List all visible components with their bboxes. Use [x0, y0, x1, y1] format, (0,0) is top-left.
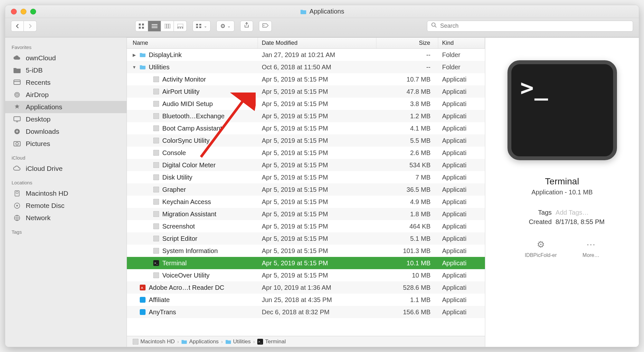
sidebar-item-pictures[interactable]: Pictures	[5, 138, 127, 150]
table-row[interactable]: Audio MIDI SetupApr 5, 2019 at 5:15 PM3.…	[127, 98, 485, 110]
quick-action-1[interactable]: ⚙︎ IDBPicFold-er	[525, 239, 557, 258]
chevron-right-icon: ›	[221, 339, 223, 344]
table-row[interactable]: VoiceOver UtilityApr 5, 2019 at 5:15 PM1…	[127, 269, 485, 281]
table-row[interactable]: System InformationApr 5, 2019 at 5:15 PM…	[127, 245, 485, 257]
file-size: 10 MB	[376, 272, 438, 279]
path-bar: Macintosh HD›Applications›Utilities›>_Te…	[127, 336, 485, 347]
preview-name: Terminal	[545, 176, 579, 187]
tags-field[interactable]: Add Tags…	[555, 209, 589, 216]
sidebar-item-macintosh-hd[interactable]: Macintosh HD	[5, 187, 127, 200]
file-list[interactable]: ▶DisplayLinkJan 27, 2019 at 10:21 AM--Fo…	[127, 49, 485, 336]
preview-subtitle: Application - 10.1 MB	[531, 189, 592, 196]
search-input[interactable]	[440, 23, 629, 29]
disk-icon	[133, 339, 138, 344]
svg-rect-37	[153, 89, 159, 94]
action-button[interactable]: ⚙︎⌄	[216, 21, 234, 32]
sidebar-item-downloads[interactable]: Downloads	[5, 125, 127, 138]
file-date: Apr 5, 2019 at 5:15 PM	[258, 149, 376, 157]
pdf-icon: A	[139, 284, 146, 291]
table-row[interactable]: Migration AssistantApr 5, 2019 at 5:15 P…	[127, 208, 485, 220]
sidebar-item-desktop[interactable]: Desktop	[5, 113, 127, 125]
created-label: Created	[519, 218, 552, 226]
table-row[interactable]: Digital Color MeterApr 5, 2019 at 5:15 P…	[127, 159, 485, 171]
icon-view-button[interactable]	[135, 21, 148, 32]
file-kind: Applicati	[438, 210, 485, 218]
close-button[interactable]	[11, 9, 17, 15]
svg-rect-38	[153, 101, 159, 107]
path-segment-applications[interactable]: Applications	[181, 338, 219, 345]
svg-rect-17	[199, 26, 201, 28]
table-row[interactable]: ▼UtilitiesOct 6, 2018 at 11:50 AM--Folde…	[127, 61, 485, 73]
table-row[interactable]: AAdobe Acro…t Reader DCApr 10, 2019 at 1…	[127, 281, 485, 294]
share-button[interactable]	[240, 21, 253, 32]
sidebar-item-owncloud[interactable]: ownCloud	[5, 52, 127, 64]
list-view-button[interactable]	[148, 21, 161, 32]
file-date: Apr 5, 2019 at 5:15 PM	[258, 100, 376, 108]
table-row[interactable]: AnyTransDec 6, 2018 at 8:32 PM156.6 MBAp…	[127, 306, 485, 318]
back-button[interactable]	[11, 21, 24, 32]
table-row[interactable]: AffiliateJun 25, 2018 at 4:35 PM1.1 MBAp…	[127, 294, 485, 306]
table-row[interactable]: GrapherApr 5, 2019 at 5:15 PM36.5 MBAppl…	[127, 183, 485, 196]
maximize-button[interactable]	[30, 9, 36, 15]
window-title-text: Applications	[309, 8, 344, 15]
path-segment-utilities[interactable]: Utilities	[225, 338, 251, 345]
forward-button[interactable]	[24, 21, 37, 32]
table-row[interactable]: Activity MonitorApr 5, 2019 at 5:15 PM10…	[127, 73, 485, 85]
svg-rect-50	[153, 248, 159, 254]
sidebar-item-airdrop[interactable]: AirDrop	[5, 89, 127, 101]
file-date: Apr 5, 2019 at 5:15 PM	[258, 174, 376, 181]
svg-point-18	[263, 25, 264, 26]
file-date: Apr 5, 2019 at 5:15 PM	[258, 88, 376, 95]
path-segment-terminal[interactable]: >_Terminal	[257, 338, 286, 345]
desktop-icon	[13, 116, 21, 123]
disclosure-open-icon[interactable]: ▼	[132, 65, 137, 70]
sidebar-item-applications[interactable]: Applications	[5, 101, 127, 113]
app-icon	[153, 125, 160, 132]
col-header-name[interactable]: Name	[127, 38, 258, 48]
column-view-button[interactable]	[161, 21, 174, 32]
file-size: 3.8 MB	[376, 100, 438, 108]
path-segment-macintosh-hd[interactable]: Macintosh HD	[133, 338, 175, 345]
table-row[interactable]: Boot Camp AssistantApr 5, 2019 at 5:15 P…	[127, 122, 485, 134]
table-row[interactable]: AirPort UtilityApr 5, 2019 at 5:15 PM47.…	[127, 85, 485, 98]
col-header-date[interactable]: Date Modified	[258, 38, 376, 48]
table-row[interactable]: Script EditorApr 5, 2019 at 5:15 PM5.1 M…	[127, 232, 485, 245]
svg-rect-57	[140, 309, 146, 315]
sidebar-section-favorites: Favorites	[5, 43, 127, 52]
file-size: 5.5 MB	[376, 137, 438, 144]
table-row[interactable]: Bluetooth…ExchangeApr 5, 2019 at 5:15 PM…	[127, 110, 485, 122]
sidebar-item-recents[interactable]: Recents	[5, 76, 127, 89]
table-row[interactable]: >_TerminalApr 5, 2019 at 5:15 PM10.1 MBA…	[127, 257, 485, 269]
table-row[interactable]: ScreenshotApr 5, 2019 at 5:15 PM464 KBAp…	[127, 220, 485, 232]
disclosure-closed-icon[interactable]: ▶	[132, 53, 137, 57]
search-field[interactable]	[427, 21, 633, 32]
col-header-kind[interactable]: Kind	[438, 38, 485, 48]
app-icon	[153, 88, 160, 95]
table-row[interactable]: ▶DisplayLinkJan 27, 2019 at 10:21 AM--Fo…	[127, 49, 485, 61]
sidebar-item-5-idb[interactable]: 5-iDB	[5, 64, 127, 76]
file-size: 10.7 MB	[376, 76, 438, 83]
table-row[interactable]: Keychain AccessApr 5, 2019 at 5:15 PM4.9…	[127, 196, 485, 208]
table-row[interactable]: ConsoleApr 5, 2019 at 5:15 PM2.6 MBAppli…	[127, 147, 485, 159]
svg-rect-43	[153, 162, 159, 168]
table-row[interactable]: Disk UtilityApr 5, 2019 at 5:15 PM7 MBAp…	[127, 171, 485, 183]
sidebar[interactable]: FavoritesownCloud5-iDBRecentsAirDropAppl…	[5, 37, 127, 347]
table-row[interactable]: ColorSync UtilityApr 5, 2019 at 5:15 PM5…	[127, 134, 485, 147]
sidebar-item-network[interactable]: Network	[5, 212, 127, 224]
quick-action-more[interactable]: ⋯ More…	[582, 239, 599, 258]
file-size: --	[376, 51, 438, 59]
file-name: Terminal	[162, 259, 187, 267]
app-icon	[153, 100, 160, 107]
file-size: 101.3 MB	[376, 247, 438, 255]
gallery-view-button[interactable]	[174, 21, 187, 32]
minimize-button[interactable]	[21, 9, 26, 15]
file-kind: Applicati	[438, 137, 485, 144]
created-value: 8/17/18, 8:55 PM	[555, 218, 604, 226]
group-by-button[interactable]: ⌄	[193, 21, 211, 32]
sidebar-item-remote-disc[interactable]: Remote Disc	[5, 200, 127, 212]
recents-icon	[13, 79, 21, 86]
file-name: Disk Utility	[162, 174, 192, 181]
col-header-size[interactable]: Size	[376, 38, 438, 48]
tags-button[interactable]	[259, 21, 272, 32]
sidebar-item-icloud-drive[interactable]: iCloud Drive	[5, 162, 127, 175]
